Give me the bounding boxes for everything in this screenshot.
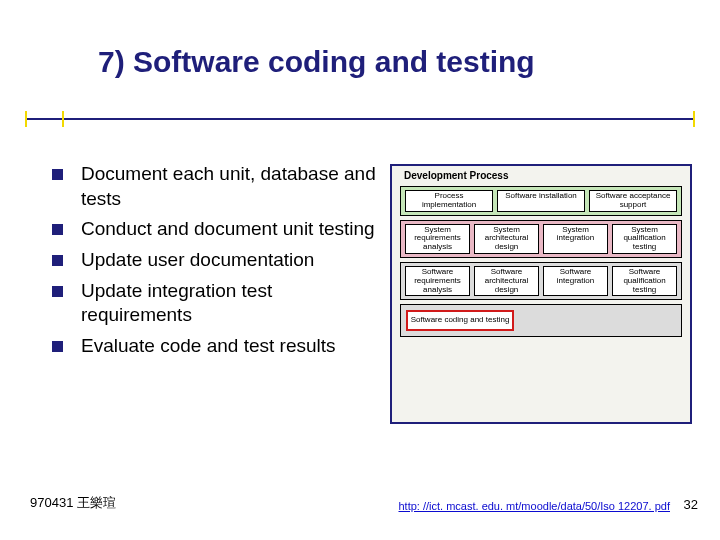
bullet-icon [52,286,63,297]
bullet-icon [52,169,63,180]
diagram-cell-highlight: Software coding and testing [406,310,514,331]
diagram-row-highlight: Software coding and testing [400,304,682,337]
title-tick-icon [62,111,64,127]
diagram-cell: Software acceptance support [589,190,677,212]
slide-title: 7) Software coding and testing [98,45,535,79]
diagram-cell: Software integration [543,266,608,296]
bullet-text: Update integration test requirements [81,279,382,328]
bullet-text: Update user documentation [81,248,314,273]
bullet-text: Document each unit, database and tests [81,162,382,211]
diagram-body: Process implementation Software installa… [400,186,682,337]
diagram-cell: System architectural design [474,224,539,254]
diagram-row: Process implementation Software installa… [400,186,682,216]
diagram-cell: System integration [543,224,608,254]
list-item: Conduct and document unit testing [52,217,382,242]
diagram-cell: System qualification testing [612,224,677,254]
title-tick-icon [25,111,27,127]
list-item: Update integration test requirements [52,279,382,328]
slide: 7) Software coding and testing Document … [0,0,720,540]
development-process-diagram: Development Process Process implementati… [390,164,692,424]
diagram-cell: Software architectural design [474,266,539,296]
list-item: Document each unit, database and tests [52,162,382,211]
list-item: Evaluate code and test results [52,334,382,359]
bullet-text: Conduct and document unit testing [81,217,375,242]
bullet-icon [52,224,63,235]
diagram-title: Development Process [404,170,509,181]
bullet-list: Document each unit, database and tests C… [52,162,382,365]
diagram-row: Software requirements analysis Software … [400,262,682,300]
bullet-icon [52,255,63,266]
diagram-cell: Process implementation [405,190,493,212]
footer-author: 970431 王樂瑄 [30,494,116,512]
list-item: Update user documentation [52,248,382,273]
diagram-cell: Software qualification testing [612,266,677,296]
bullet-text: Evaluate code and test results [81,334,336,359]
page-number: 32 [684,497,698,512]
diagram-cell: Software requirements analysis [405,266,470,296]
title-underline [25,118,695,120]
diagram-row: System requirements analysis System arch… [400,220,682,258]
footer-link[interactable]: http: //ict. mcast. edu. mt/moodle/data/… [399,500,671,512]
title-tick-icon [693,111,695,127]
bullet-icon [52,341,63,352]
diagram-cell: Software installation [497,190,585,212]
diagram-cell: System requirements analysis [405,224,470,254]
